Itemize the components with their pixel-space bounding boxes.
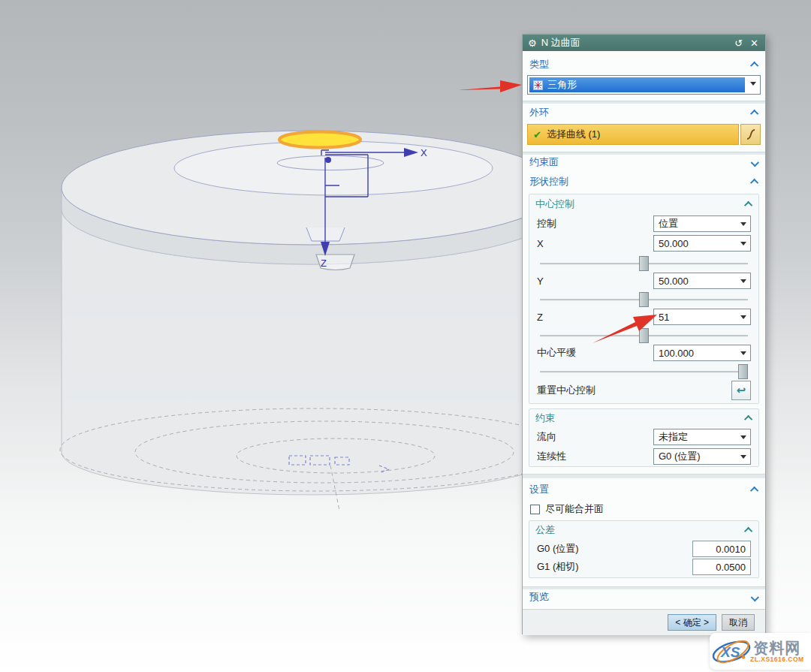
chevron-down-icon [750, 82, 756, 89]
z-label: Z [537, 312, 653, 323]
dialog-titlebar[interactable]: ⚙ N 边曲面 ↺ ✕ [523, 35, 765, 51]
section-shape-control[interactable]: 形状控制 [523, 174, 765, 189]
flow-direction-dropdown[interactable]: 未指定 [653, 429, 751, 445]
constraint-header[interactable]: 约束 [529, 409, 758, 424]
gear-icon: ⚙ [528, 38, 537, 48]
n-sided-surface-dialog: ⚙ N 边曲面 ↺ ✕ 类型 三角形 外环 ✔ 选择曲线 (1) [522, 34, 766, 634]
tolerance-label: 公差 [535, 523, 746, 537]
chevron-down-icon [740, 279, 746, 286]
control-dropdown[interactable]: 位置 [653, 215, 751, 232]
slider-handle[interactable] [639, 256, 649, 271]
section-separator [523, 101, 765, 104]
section-outer-loop[interactable]: 外环 [523, 105, 765, 119]
watermark-url: ZL.XS1616.COM [750, 656, 804, 663]
center-flat-slider[interactable] [540, 364, 748, 379]
x-axis-label: X [421, 147, 427, 158]
section-preview[interactable]: 预览 [523, 589, 765, 604]
type-dropdown-arrow[interactable] [746, 76, 760, 94]
center-control-label: 中心控制 [535, 197, 746, 211]
reset-center-button[interactable]: ↩ [731, 381, 751, 400]
chevron-down-icon [740, 351, 746, 358]
cancel-button-label: 取消 [729, 616, 747, 629]
section-separator [523, 474, 765, 478]
g0-input[interactable]: 0.0010 [692, 541, 751, 557]
chevron-down-icon [740, 435, 746, 442]
curve-rule-button[interactable] [740, 124, 761, 145]
g0-row: G0 (位置) 0.0010 [537, 541, 751, 557]
slider-handle[interactable] [639, 328, 649, 343]
chevron-down-icon [740, 455, 746, 462]
continuity-value: G0 (位置) [659, 450, 701, 463]
reset-center-label: 重置中心控制 [537, 384, 731, 397]
merge-faces-checkbox[interactable] [530, 505, 540, 514]
watermark-logo-icon: XS [711, 635, 755, 668]
return-arrow-icon: ↩ [737, 384, 746, 397]
reset-icon[interactable]: ↺ [733, 38, 744, 49]
section-type-label: 类型 [529, 58, 752, 71]
origin-point [325, 157, 331, 163]
section-type[interactable]: 类型 [523, 57, 765, 72]
g1-row: G1 (相切) 0.0500 [537, 559, 751, 575]
y-row: Y 50.000 [537, 273, 751, 289]
dialog-button-bar: < 确定 > 取消 [523, 609, 765, 635]
chevron-down-icon [740, 222, 746, 229]
y-dropdown[interactable]: 50.000 [653, 273, 751, 289]
x-row: X 50.000 [537, 235, 751, 252]
continuity-label: 连续性 [537, 450, 653, 463]
slider-handle[interactable] [738, 364, 748, 379]
close-icon[interactable]: ✕ [749, 38, 760, 49]
center-control-group: 中心控制 控制 位置 X 50.000 Y 50.000 [529, 194, 759, 404]
continuity-dropdown[interactable]: G0 (位置) [653, 448, 751, 465]
x-slider[interactable] [540, 256, 748, 271]
z-value: 51 [659, 312, 669, 323]
model-inner-step [174, 141, 493, 195]
g0-value: 0.0010 [716, 544, 746, 555]
g0-label: G0 (位置) [537, 542, 692, 556]
y-value: 50.000 [659, 276, 689, 287]
ok-button[interactable]: < 确定 > [668, 614, 716, 631]
merge-faces-label: 尽可能合并面 [545, 502, 604, 516]
reset-center-row: 重置中心控制 ↩ [537, 381, 751, 400]
tolerance-group: 公差 G0 (位置) 0.0010 G1 (相切) 0.0500 [529, 520, 759, 578]
spline-curve-icon [745, 128, 757, 141]
chevron-down-icon [740, 315, 746, 322]
section-constraint-face[interactable]: 约束面 [523, 155, 765, 169]
section-outer-loop-label: 外环 [529, 106, 752, 119]
center-flat-dropdown[interactable]: 100.000 [653, 345, 751, 361]
chevron-down-icon [740, 242, 746, 249]
check-icon: ✔ [533, 129, 541, 140]
z-slider[interactable] [540, 328, 748, 343]
constraint-label: 约束 [535, 411, 746, 425]
g1-value: 0.0500 [716, 562, 746, 573]
section-shape-control-label: 形状控制 [529, 175, 752, 188]
select-curve-field[interactable]: ✔ 选择曲线 (1) [527, 124, 739, 145]
center-flat-row: 中心平缓 100.000 [537, 345, 751, 361]
g1-input[interactable]: 0.0500 [692, 559, 751, 575]
y-slider[interactable] [540, 292, 748, 307]
select-curve-label: 选择曲线 (1) [547, 128, 601, 141]
section-constraint-face-label: 约束面 [529, 155, 752, 169]
cancel-button[interactable]: 取消 [722, 614, 755, 631]
control-row: 控制 位置 [537, 215, 751, 232]
type-dropdown[interactable]: 三角形 [527, 75, 761, 95]
x-dropdown[interactable]: 50.000 [653, 235, 751, 252]
section-preview-label: 预览 [529, 590, 752, 604]
center-flat-value: 100.000 [659, 348, 694, 359]
selected-curve-highlight[interactable] [279, 132, 360, 148]
slider-track [540, 371, 748, 373]
merge-faces-row: 尽可能合并面 [530, 502, 758, 517]
type-selected-label: 三角形 [547, 78, 577, 92]
control-value: 位置 [659, 217, 678, 231]
watermark-name: 资料网 [753, 640, 800, 656]
center-control-header[interactable]: 中心控制 [529, 194, 758, 211]
z-dropdown[interactable]: 51 [653, 309, 751, 325]
select-curve-row: ✔ 选择曲线 (1) [527, 124, 761, 145]
control-label: 控制 [537, 217, 653, 231]
flow-direction-label: 流向 [537, 430, 653, 444]
slider-handle[interactable] [639, 292, 649, 307]
z-row: Z 51 [537, 309, 751, 325]
type-selected[interactable]: 三角形 [529, 77, 745, 92]
section-settings[interactable]: 设置 [523, 482, 765, 496]
tolerance-header[interactable]: 公差 [529, 521, 758, 536]
continuity-row: 连续性 G0 (位置) [537, 448, 751, 465]
